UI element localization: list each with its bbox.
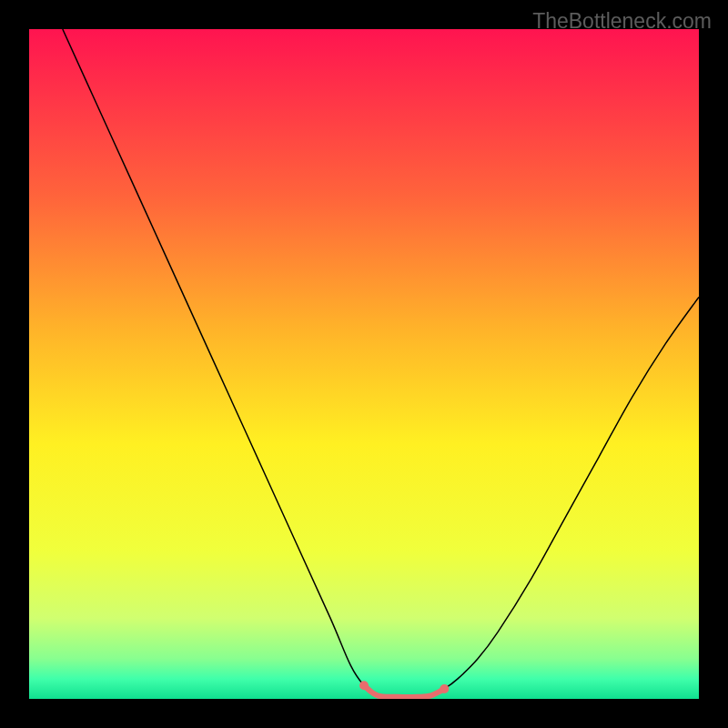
svg-point-0 [359, 681, 369, 690]
chart-svg [29, 29, 699, 699]
watermark-label: TheBottleneck.com [532, 9, 712, 34]
svg-point-1 [440, 684, 449, 693]
gradient-background [29, 29, 699, 699]
plot-area [29, 29, 699, 699]
chart-container: TheBottleneck.com [0, 0, 728, 728]
